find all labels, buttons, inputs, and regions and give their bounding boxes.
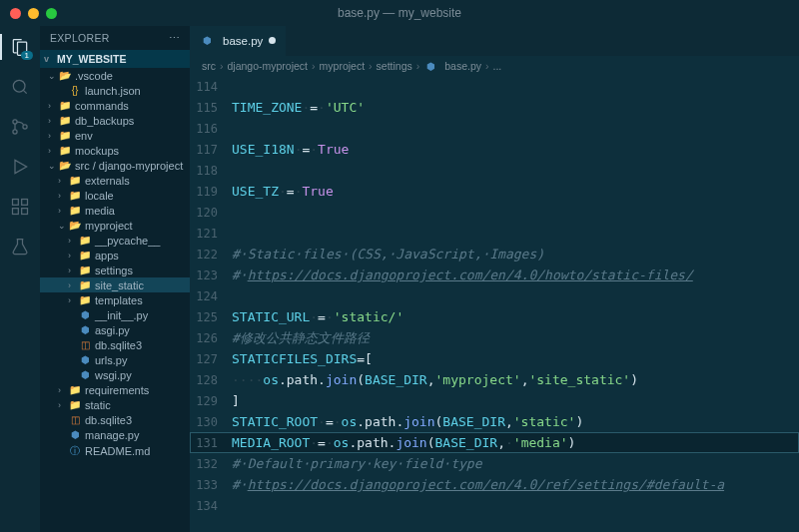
db-icon: ◫ — [78, 339, 92, 350]
sidebar-title: EXPLORER — [50, 32, 110, 44]
source-control-icon[interactable] — [7, 114, 33, 140]
code-line[interactable]: 121 — [190, 223, 799, 244]
code-line[interactable]: 133#·https://docs.djangoproject.com/en/4… — [190, 474, 799, 495]
tree-item[interactable]: ⌄📂src / django-myproject — [40, 158, 190, 173]
code-line[interactable]: 131MEDIA_ROOT·=·os.path.join(BASE_DIR,·'… — [190, 432, 799, 453]
code-line[interactable]: 128····os.path.join(BASE_DIR,'myproject'… — [190, 369, 799, 390]
py-icon: ⬢ — [78, 324, 92, 335]
tree-item[interactable]: ›📁media — [40, 203, 190, 218]
tree-item[interactable]: ›📁locale — [40, 188, 190, 203]
svg-point-0 — [13, 80, 25, 92]
explorer-badge: 1 — [21, 51, 33, 60]
tree-item-label: asgi.py — [95, 324, 130, 336]
code-line[interactable]: 115TIME_ZONE·=·'UTC' — [190, 97, 799, 118]
tree-item[interactable]: ›📁settings — [40, 263, 190, 277]
tree-item[interactable]: ›📁mockups — [40, 143, 190, 158]
extensions-icon[interactable] — [7, 194, 33, 220]
breadcrumb-item[interactable]: settings — [377, 60, 412, 72]
svg-point-1 — [13, 120, 17, 124]
code-line[interactable]: 127STATICFILES_DIRS=[ — [190, 348, 799, 369]
tab-dirty-indicator — [269, 37, 276, 44]
code-line[interactable]: 130STATIC_ROOT·=·os.path.join(BASE_DIR,'… — [190, 411, 799, 432]
tree-item[interactable]: ›📁commands — [40, 98, 190, 113]
py-icon: ⬢ — [68, 429, 82, 440]
breadcrumb-item[interactable]: src — [202, 60, 216, 72]
tree-item-label: README.md — [85, 445, 150, 457]
tree-item[interactable]: ⬢wsgi.py — [40, 367, 190, 382]
tree-item[interactable]: ›📁templates — [40, 292, 190, 307]
breadcrumb-item[interactable]: django-myproject — [228, 60, 309, 72]
line-number: 133 — [190, 478, 232, 492]
chevron-icon: › — [48, 146, 58, 156]
close-window-button[interactable] — [10, 8, 21, 19]
line-number: 134 — [190, 499, 232, 513]
tree-item[interactable]: ›📁__pycache__ — [40, 233, 190, 248]
code-line[interactable]: 116 — [190, 118, 799, 139]
tree-item[interactable]: ⬢manage.py — [40, 427, 190, 442]
code-line[interactable]: 119USE_TZ·=·True — [190, 181, 799, 202]
breadcrumb-item[interactable]: ... — [493, 60, 502, 72]
line-number: 117 — [190, 143, 232, 157]
minimize-window-button[interactable] — [28, 8, 39, 19]
tree-item[interactable]: ›📁static — [40, 397, 190, 412]
db-icon: ◫ — [68, 414, 82, 425]
code-line[interactable]: 123#·https://docs.djangoproject.com/en/4… — [190, 265, 799, 285]
tree-item[interactable]: {}launch.json — [40, 83, 190, 98]
tree-item[interactable]: ›📁externals — [40, 173, 190, 188]
tree-item[interactable]: ⬢urls.py — [40, 352, 190, 367]
tree-item[interactable]: ⌄📂myproject — [40, 218, 190, 233]
tree-item-label: myproject — [85, 220, 133, 232]
code-line[interactable]: 117USE_I18N·=·True — [190, 139, 799, 160]
code-line[interactable]: 114 — [190, 76, 799, 97]
code-editor[interactable]: 114115TIME_ZONE·=·'UTC'116117USE_I18N·=·… — [190, 76, 799, 532]
json-icon: {} — [68, 85, 82, 96]
code-line[interactable]: 120 — [190, 202, 799, 223]
folder-icon: 📁 — [68, 205, 82, 216]
line-number: 125 — [190, 310, 232, 324]
testing-icon[interactable] — [7, 234, 33, 260]
code-line[interactable]: 125STATIC_URL·=·'static/' — [190, 306, 799, 327]
tree-item[interactable]: ⬢__init__.py — [40, 307, 190, 322]
editor-area: ⬢ base.py src›django-myproject›myproject… — [190, 26, 799, 532]
code-line[interactable]: 132#·Default·primary·key·field·type — [190, 453, 799, 474]
chevron-icon: › — [58, 191, 68, 201]
sidebar-more-icon[interactable]: ⋯ — [169, 32, 180, 44]
search-icon[interactable] — [7, 74, 33, 100]
code-line[interactable]: 129] — [190, 390, 799, 411]
code-content: #·Static·files·(CSS,·JavaScript,·Images) — [232, 247, 544, 262]
tree-item-label: commands — [75, 100, 129, 112]
tree-item[interactable]: ⬢asgi.py — [40, 322, 190, 337]
code-line[interactable]: 122#·Static·files·(CSS,·JavaScript,·Imag… — [190, 244, 799, 265]
tree-item[interactable]: ⌄📂.vscode — [40, 68, 190, 83]
line-number: 132 — [190, 457, 232, 471]
tree-item[interactable]: ›📁requirements — [40, 382, 190, 397]
tree-item[interactable]: ›📁site_static — [40, 277, 190, 292]
breadcrumb-item[interactable]: myproject — [320, 60, 366, 72]
tree-item-label: urls.py — [95, 354, 127, 366]
tree-item[interactable]: ›📁env — [40, 128, 190, 143]
code-line[interactable]: 126#修改公共静态文件路径 — [190, 327, 799, 348]
breadcrumbs[interactable]: src›django-myproject›myproject›settings›… — [190, 56, 799, 76]
tree-root[interactable]: v MY_WEBSITE — [40, 50, 190, 68]
svg-rect-4 — [13, 200, 19, 206]
tree-item[interactable]: ›📁apps — [40, 248, 190, 263]
code-line[interactable]: 118 — [190, 160, 799, 181]
tree-item[interactable]: ◫db.sqlite3 — [40, 337, 190, 352]
folder-icon: 📁 — [58, 145, 72, 156]
python-icon: ⬢ — [200, 35, 214, 46]
run-debug-icon[interactable] — [7, 154, 33, 180]
chevron-icon: › — [68, 251, 78, 261]
code-line[interactable]: 134 — [190, 495, 799, 516]
tree-item[interactable]: ◫db.sqlite3 — [40, 412, 190, 427]
sidebar-header: EXPLORER ⋯ — [40, 26, 190, 50]
breadcrumb-item[interactable]: base.py — [444, 60, 481, 72]
code-line[interactable]: 124 — [190, 285, 799, 306]
tree-item[interactable]: ›📁db_backups — [40, 113, 190, 128]
file-tree: ⌄📂.vscode{}launch.json›📁commands›📁db_bac… — [40, 68, 190, 532]
tab-base-py[interactable]: ⬢ base.py — [190, 26, 286, 56]
folder-icon: 📁 — [78, 279, 92, 290]
tree-item[interactable]: ⓘREADME.md — [40, 442, 190, 459]
folder-icon: 📁 — [68, 175, 82, 186]
explorer-icon[interactable]: 1 — [7, 34, 33, 60]
maximize-window-button[interactable] — [46, 8, 57, 19]
